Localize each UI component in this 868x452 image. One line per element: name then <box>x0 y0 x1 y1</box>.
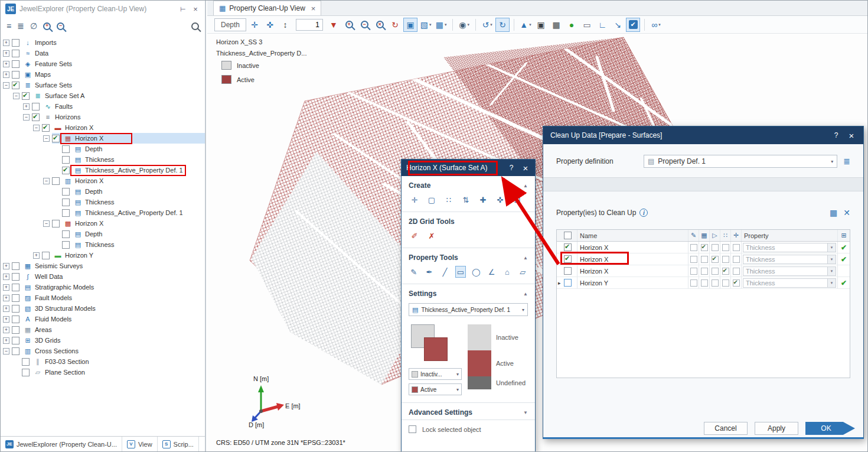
tree-zoom-in-icon[interactable]: + <box>43 22 51 30</box>
filter-icon[interactable]: ▼ <box>327 18 341 32</box>
tree-checkbox[interactable] <box>12 71 19 79</box>
advanced-settings-header[interactable]: Advanced Settings ▼ <box>402 403 535 420</box>
select-method-icon[interactable]: ▷ <box>709 230 720 241</box>
tree-item-thickness-active-property-def-1[interactable]: ▤Thickness_Active_Property Def. 1 <box>1 207 205 218</box>
tree-expander[interactable]: + <box>3 50 9 57</box>
property-definition-dropdown[interactable]: ▤ Property Def. 1 ▾ <box>644 155 837 168</box>
tree-checkbox[interactable] <box>22 92 30 100</box>
tree-checkbox[interactable] <box>12 273 19 281</box>
tree-item-depth[interactable]: ▤Depth <box>1 144 205 154</box>
tree-checkbox[interactable] <box>32 113 40 121</box>
add-node-icon[interactable]: ✜ <box>494 194 506 206</box>
zoom-in-icon[interactable]: + <box>342 18 356 32</box>
tree-expander[interactable]: + <box>3 327 9 333</box>
lock-selected-object-row[interactable]: Lock selected object <box>402 420 535 438</box>
inactive-value-dropdown[interactable]: Inactiv... ▾ <box>409 368 462 380</box>
method-checkbox-4[interactable] <box>722 268 729 275</box>
property-dropdown[interactable]: Thickness▾ <box>743 278 836 288</box>
collapse-icon[interactable]: ▲ <box>523 183 528 188</box>
tree-checkbox[interactable] <box>12 284 19 291</box>
vertical-scale-input[interactable] <box>296 19 323 31</box>
tree-expander[interactable]: + <box>3 337 9 344</box>
tree-expander[interactable]: + <box>23 103 30 110</box>
zoom-in-icon-glass[interactable]: + <box>345 21 353 28</box>
collapse-icon[interactable]: ▲ <box>523 291 528 297</box>
tree-checkbox[interactable] <box>52 177 60 185</box>
tree-expander[interactable]: + <box>3 61 9 67</box>
tree-checkbox[interactable] <box>12 316 19 323</box>
tree-item-faults[interactable]: +∿Faults <box>1 101 205 112</box>
method-checkbox-3[interactable] <box>712 279 719 287</box>
method-checkbox-1[interactable] <box>690 279 697 287</box>
tree-item-horizons[interactable]: −≡Horizons <box>1 112 205 122</box>
tab-script[interactable]: SScrip... <box>158 437 199 451</box>
method-checkbox-1[interactable] <box>690 268 697 275</box>
zoom-cancel-icon-glass[interactable]: × <box>376 21 384 28</box>
tree-item-cross-sections[interactable]: −▥Cross Sections <box>1 346 205 356</box>
close-window-icon[interactable]: × <box>521 163 530 173</box>
refresh-view-icon[interactable]: ↻ <box>388 18 402 32</box>
tree-item-imports[interactable]: +↓Imports <box>1 37 205 48</box>
tree-checkbox[interactable] <box>12 337 19 344</box>
info-icon[interactable]: i <box>639 209 648 217</box>
tree-expander[interactable]: − <box>43 220 50 227</box>
row-checkbox[interactable] <box>564 243 572 251</box>
parallelogram-tool-icon[interactable]: ▱ <box>518 266 528 278</box>
row-checkbox[interactable] <box>564 267 572 275</box>
method-checkbox-2[interactable] <box>701 244 708 251</box>
link-views-icon[interactable]: ∞▾ <box>649 18 663 32</box>
clear-properties-icon[interactable]: ✕ <box>843 208 850 217</box>
tree-item-thickness[interactable]: ▤Thickness <box>1 239 205 250</box>
select-all-checkbox[interactable] <box>564 232 572 239</box>
tree-menu-icon[interactable]: ≡ <box>6 21 11 31</box>
tree-item-depth[interactable]: ▤Depth <box>1 186 205 197</box>
method-checkbox-5[interactable] <box>733 244 740 251</box>
tree-item-plane-section[interactable]: ▱Plane Section <box>1 367 205 378</box>
property-dropdown[interactable]: Thickness▾ <box>743 266 836 276</box>
method-checkbox-5[interactable] <box>733 256 740 263</box>
tree-item-f03-03-section[interactable]: ∥F03-03 Section <box>1 356 205 367</box>
active-value-dropdown[interactable]: Active ▾ <box>409 383 462 395</box>
tree-checkbox[interactable] <box>22 369 30 376</box>
create-region-icon[interactable]: ▢ <box>426 194 438 206</box>
tree-checkbox[interactable] <box>62 241 70 249</box>
tree-item-seismic-surveys[interactable]: +▦Seismic Surveys <box>1 261 205 271</box>
tab-property-cleanup-view[interactable]: ▦ Property Clean-Up View × <box>213 1 321 15</box>
tree-item-horizon-x[interactable]: −▦Horizon X <box>1 133 205 144</box>
tree-item-thickness[interactable]: ▤Thickness <box>1 154 205 165</box>
tree-expander[interactable]: − <box>33 125 40 131</box>
tree-item-horizon-x[interactable]: −▥Horizon X <box>1 175 205 186</box>
orbit-mode-icon[interactable]: ↻ <box>495 18 510 32</box>
method-checkbox-2[interactable] <box>701 279 708 287</box>
pin-icon[interactable]: ⊥ <box>179 4 187 14</box>
section-display-icon[interactable]: ▲▾ <box>518 18 533 32</box>
tree-checkbox[interactable] <box>62 145 70 153</box>
tree-item-depth[interactable]: ▤Depth <box>1 229 205 239</box>
help-icon[interactable]: ? <box>507 164 516 172</box>
grid-tools-section-header[interactable]: 2D Grid Tools <box>402 212 535 229</box>
tool-window-titlebar[interactable]: Horizon X (Surface Set A) ? × <box>402 160 535 176</box>
tree-item-thickness[interactable]: ▤Thickness <box>1 197 205 207</box>
rectangle-tool-icon[interactable]: ▭ <box>455 266 465 278</box>
method-checkbox-4[interactable] <box>722 244 729 251</box>
angle-tool-icon[interactable]: ∠ <box>487 266 497 278</box>
delete-nodes-icon[interactable]: ✗ <box>426 230 438 242</box>
create-node-icon[interactable]: ✛ <box>409 194 420 206</box>
tree-checkbox[interactable] <box>12 294 19 302</box>
tree-checkbox[interactable] <box>12 82 19 89</box>
tree-expander[interactable]: + <box>3 284 9 291</box>
lock-checkbox[interactable] <box>409 425 416 433</box>
search-icon[interactable] <box>191 22 199 30</box>
property-tools-section-header[interactable]: Property Tools ▲ <box>402 248 535 265</box>
zoom-cancel-icon[interactable]: × <box>373 18 387 32</box>
grid-method-icon[interactable]: ▦ <box>699 230 709 241</box>
tree-checkbox[interactable] <box>52 220 60 227</box>
adjust-method-icon[interactable]: ✛ <box>730 230 741 241</box>
tree-item-horizon-y[interactable]: +▬Horizon Y <box>1 250 205 261</box>
tree-item-data[interactable]: +≈Data <box>1 48 205 58</box>
tree-expander[interactable]: + <box>3 295 9 301</box>
add-marker-icon[interactable]: ✚ <box>477 194 489 206</box>
tree-checkbox[interactable] <box>12 50 19 57</box>
row-checkbox[interactable] <box>564 255 572 263</box>
tree-zoom-out-icon[interactable]: − <box>57 22 64 30</box>
